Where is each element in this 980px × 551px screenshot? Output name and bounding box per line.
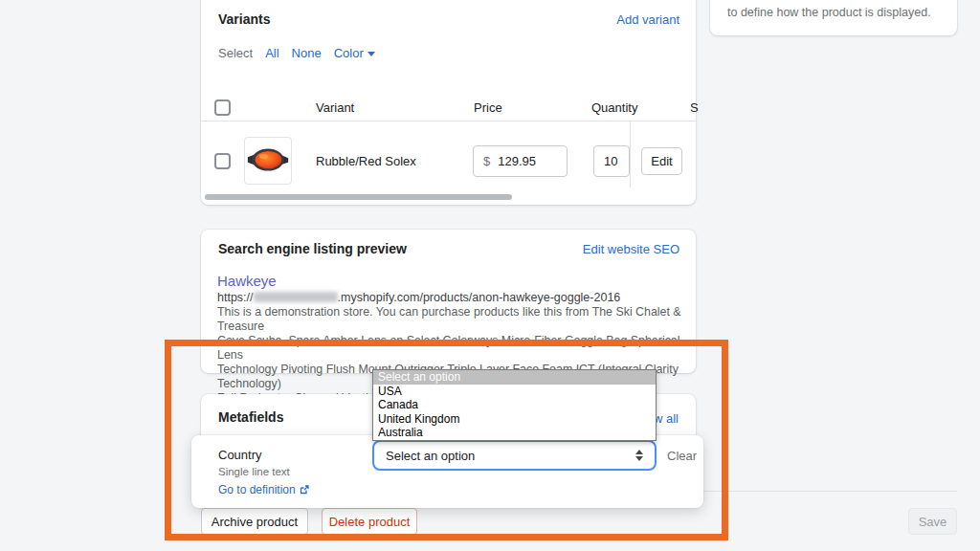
goggles-image xyxy=(246,139,290,183)
edit-website-seo-link[interactable]: Edit website SEO xyxy=(583,242,679,256)
currency-prefix: $ xyxy=(483,154,490,168)
info-card-text: to define how the product is displayed. xyxy=(727,6,931,19)
select-all-checkbox[interactable] xyxy=(214,99,231,116)
select-none-link[interactable]: None xyxy=(292,46,322,60)
table-header-divider xyxy=(201,121,696,121)
fixed-column-divider xyxy=(630,121,631,187)
price-input[interactable]: $ 129.95 xyxy=(473,145,568,177)
redacted-subdomain xyxy=(254,292,338,302)
add-variant-link[interactable]: Add variant xyxy=(616,12,679,27)
price-value: 129.95 xyxy=(498,154,536,168)
shopify-product-page: Variants Add variant Select All None Col… xyxy=(0,0,980,551)
seo-page-title: Hawkeye xyxy=(217,273,277,289)
highlight-rectangle xyxy=(165,340,728,540)
seo-card-title: Search engine listing preview xyxy=(218,241,407,256)
column-quantity: Quantity xyxy=(591,100,637,115)
chevron-down-icon xyxy=(368,52,375,56)
column-sku-partial: S xyxy=(690,100,699,115)
variants-title: Variants xyxy=(218,11,270,27)
quantity-value: 10 xyxy=(604,154,617,168)
seo-url: https://.myshopify.com/products/anon-haw… xyxy=(217,291,620,304)
select-label: Select xyxy=(218,46,253,60)
save-button[interactable]: Save xyxy=(908,508,957,535)
column-variant: Variant xyxy=(316,100,354,115)
edit-variant-button[interactable]: Edit xyxy=(641,147,682,175)
url-suffix: .myshopify.com/products/anon-hawkeye-gog… xyxy=(338,291,621,304)
variant-name: Rubble/Red Solex xyxy=(316,154,416,168)
variants-card: Variants Add variant Select All None Col… xyxy=(201,0,696,205)
column-price: Price xyxy=(474,100,502,115)
theme-template-info-card: to define how the product is displayed. xyxy=(710,0,957,35)
scrollbar-thumb[interactable] xyxy=(205,194,512,200)
variant-row-checkbox[interactable] xyxy=(214,153,231,169)
quantity-input[interactable]: 10 xyxy=(593,145,630,177)
seo-description-line: This is a demonstration store. You can p… xyxy=(217,305,681,334)
url-prefix: https:// xyxy=(217,291,254,304)
select-color-dropdown[interactable]: Color xyxy=(334,46,375,60)
variant-select-row: Select All None Color xyxy=(218,46,375,60)
select-all-link[interactable]: All xyxy=(265,46,278,60)
horizontal-scrollbar[interactable] xyxy=(201,193,630,201)
variant-thumbnail xyxy=(244,137,292,185)
